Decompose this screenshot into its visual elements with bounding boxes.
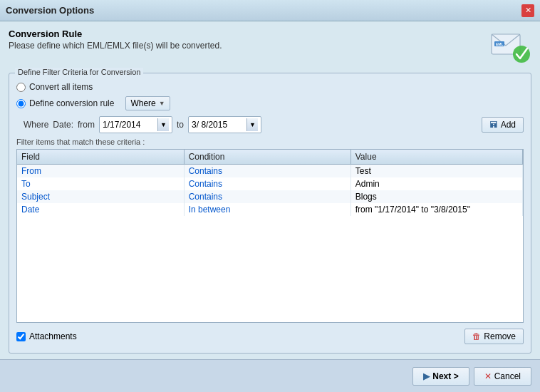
next-icon: ▶ xyxy=(423,371,430,381)
date-from-dropdown-icon[interactable]: ▼ xyxy=(157,118,169,131)
col-value: Value xyxy=(351,150,522,165)
cancel-icon: ✕ xyxy=(484,371,492,381)
add-icon: 🖬 xyxy=(489,120,498,130)
attachments-label: Attachments xyxy=(29,331,77,341)
cancel-button[interactable]: ✕ Cancel xyxy=(474,367,531,386)
dialog-body: Conversion Rule Please define which EML/… xyxy=(0,21,540,359)
table-cell-value: Test xyxy=(351,165,522,178)
table-cell-value: Blogs xyxy=(351,190,522,203)
table-cell-condition[interactable]: Contains xyxy=(189,192,222,202)
table-cell-condition[interactable]: Contains xyxy=(189,166,222,176)
radio-convert-all-label: Convert all items xyxy=(29,82,93,92)
table-cell-field[interactable]: Subject xyxy=(21,192,50,202)
date-to-input[interactable] xyxy=(192,120,245,130)
close-button[interactable]: ✕ xyxy=(521,4,534,17)
next-button-label: Next > xyxy=(432,371,458,381)
table-row: ToContainsAdmin xyxy=(17,177,523,190)
header-text: Conversion Rule Please define which EML/… xyxy=(9,29,222,51)
table-row: FromContainsTest xyxy=(17,165,523,178)
header-section: Conversion Rule Please define which EML/… xyxy=(9,29,531,66)
filter-label: Filter items that match these criteria : xyxy=(16,138,524,146)
group-legend: Define Filter Criteria for Conversion xyxy=(15,68,143,76)
where-dropdown-arrow-icon: ▼ xyxy=(159,100,165,107)
cancel-button-label: Cancel xyxy=(494,371,521,381)
eml-icon: EML xyxy=(490,29,531,66)
radio-convert-all-row: Convert all items xyxy=(16,82,524,92)
date-field-label: Date: xyxy=(53,120,73,130)
col-field: Field xyxy=(17,150,184,165)
next-button[interactable]: ▶ Next > xyxy=(412,367,469,386)
title-bar: Conversion Options ✕ xyxy=(0,0,540,21)
filter-criteria-group: Define Filter Criteria for Conversion Co… xyxy=(9,73,531,354)
remove-icon: 🗑 xyxy=(472,331,481,341)
to-label: to xyxy=(177,120,184,130)
criteria-table: Field Condition Value FromContainsTestTo… xyxy=(16,149,524,323)
radio-define-row: Define conversion rule Where ▼ xyxy=(16,96,524,110)
table-row: SubjectContainsBlogs xyxy=(17,190,523,203)
date-from-input[interactable] xyxy=(103,120,156,130)
table-cell-value: from "1/17/2014" to "3/8/2015" xyxy=(351,203,522,216)
where-label: Where xyxy=(24,120,48,130)
date-filter-row: Where Date: from ▼ to ▼ 🖬 Add xyxy=(24,116,524,133)
attachments-checkbox[interactable] xyxy=(16,332,26,341)
date-to-input-container: ▼ xyxy=(188,116,261,133)
radio-define-rule-label: Define conversion rule xyxy=(29,98,114,108)
add-button-label: Add xyxy=(501,120,516,130)
remove-button-label: Remove xyxy=(484,331,516,341)
table-cell-field[interactable]: Date xyxy=(21,205,39,215)
date-to-dropdown-icon[interactable]: ▼ xyxy=(246,118,258,131)
table-row: DateIn betweenfrom "1/17/2014" to "3/8/2… xyxy=(17,203,523,216)
dialog-footer: ▶ Next > ✕ Cancel xyxy=(0,359,540,392)
radio-define-rule[interactable] xyxy=(16,99,26,108)
table-cell-field[interactable]: To xyxy=(21,179,31,189)
rule-description: Please define which EML/EMLX file(s) wil… xyxy=(9,41,222,51)
where-dropdown-button[interactable]: Where ▼ xyxy=(125,96,170,110)
table-cell-condition[interactable]: Contains xyxy=(189,179,222,189)
table-cell-condition[interactable]: In between xyxy=(189,205,231,215)
table-cell-value: Admin xyxy=(351,177,522,190)
table-cell-field[interactable]: From xyxy=(21,166,41,176)
from-label: from xyxy=(78,120,95,130)
radio-convert-all[interactable] xyxy=(16,83,26,92)
rule-title: Conversion Rule xyxy=(9,29,222,39)
svg-text:EML: EML xyxy=(496,42,504,46)
add-button[interactable]: 🖬 Add xyxy=(482,117,524,133)
date-from-input-container: ▼ xyxy=(99,116,172,133)
where-dropdown-label: Where xyxy=(130,98,155,108)
attachments-row: Attachments 🗑 Remove xyxy=(16,329,524,344)
remove-button[interactable]: 🗑 Remove xyxy=(464,329,524,344)
window-title: Conversion Options xyxy=(6,5,94,16)
col-condition: Condition xyxy=(184,150,351,165)
